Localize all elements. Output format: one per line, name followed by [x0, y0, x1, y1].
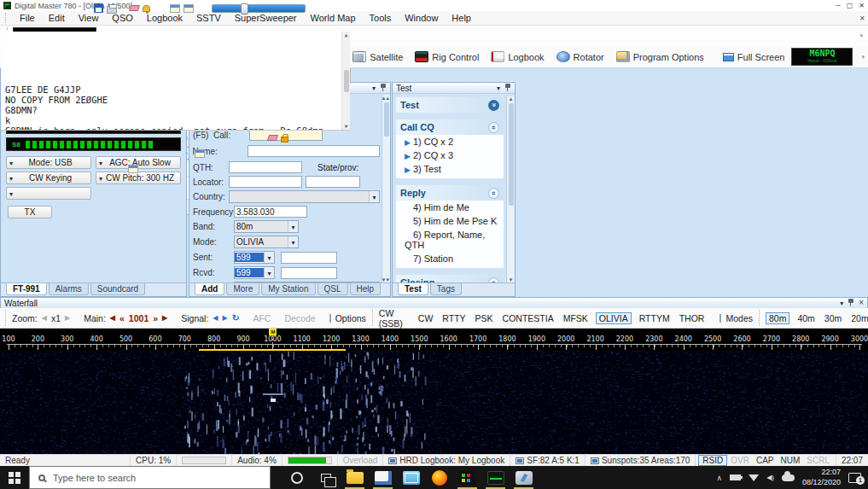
macro-set-icon[interactable] — [128, 165, 138, 173]
cortana-button[interactable] — [283, 466, 312, 489]
modes-button[interactable]: Modes — [725, 313, 753, 323]
mode-button[interactable]: CONTESTIA — [501, 313, 556, 323]
add-log-tab[interactable]: Help — [350, 283, 382, 295]
menu-item[interactable]: Help — [445, 12, 478, 24]
lock-icon[interactable] — [281, 137, 288, 143]
mode-button[interactable]: PSK — [474, 313, 495, 323]
zoom-out-icon[interactable] — [42, 315, 47, 322]
menu-item[interactable]: SSTV — [189, 12, 228, 24]
panel-options-icon[interactable] — [184, 4, 194, 13]
mode-button[interactable]: RTTYM — [638, 313, 672, 323]
signal-refresh-icon[interactable] — [232, 313, 240, 323]
menu-item[interactable]: QSO — [105, 12, 139, 24]
macros-tab[interactable]: Test — [398, 283, 428, 295]
taskbar-app[interactable] — [341, 466, 369, 489]
taskbar-app[interactable] — [481, 466, 510, 489]
full-screen-button[interactable]: Full Screen — [723, 52, 785, 62]
macros-scrollbar[interactable]: ▲ ▼ — [506, 96, 515, 282]
toolbar-overflow-icon[interactable]: ▾ — [859, 32, 863, 39]
pin-icon[interactable] — [848, 299, 854, 307]
mode-select[interactable]: OLIVIA — [234, 236, 299, 248]
options-button[interactable]: Options — [335, 313, 366, 323]
taskbar-app[interactable] — [397, 466, 425, 489]
status-flag[interactable]: RSID — [698, 455, 727, 466]
band-select[interactable]: 80m — [234, 220, 299, 233]
name-input[interactable] — [248, 145, 380, 157]
collapse-group-icon[interactable] — [488, 188, 499, 199]
locator-input[interactable] — [229, 176, 302, 188]
macro-group-header[interactable]: Call CQ — [396, 119, 504, 135]
waterfall-afc-button[interactable]: AFC — [253, 313, 271, 323]
scroll-up-icon[interactable]: ▲ — [509, 96, 514, 102]
onedrive-icon[interactable] — [782, 474, 795, 481]
waterfall-main-marker[interactable]: M — [269, 329, 277, 335]
band-button[interactable]: 20m — [849, 313, 868, 323]
scrollbar-thumb[interactable] — [509, 103, 514, 206]
main-right-icon[interactable] — [162, 315, 167, 322]
rig-combo-button[interactable] — [6, 187, 91, 200]
waterfall-ruler[interactable]: M 10020030040050060070080090010001100120… — [0, 329, 868, 351]
tx-button[interactable]: TX — [8, 206, 52, 218]
pin-icon[interactable] — [380, 84, 387, 92]
macro-item[interactable]: 7) Station — [396, 252, 504, 265]
macro-item[interactable]: 1) CQ x 2 — [396, 135, 504, 148]
signal-prev-icon[interactable] — [213, 315, 218, 322]
toolbar-overflow-icon[interactable]: ▾ — [861, 54, 865, 61]
taskbar-app[interactable] — [453, 466, 481, 489]
band-button[interactable]: 30m — [823, 313, 843, 323]
taskbar-search-input[interactable]: Type here to search — [29, 466, 271, 489]
panel-menu-icon[interactable] — [497, 84, 500, 92]
slider-thumb[interactable] — [241, 3, 248, 15]
toolbar-button[interactable]: Logbook — [486, 49, 549, 65]
status-flag[interactable]: CAP — [753, 456, 778, 465]
rcvd-select[interactable]: 599 — [234, 266, 275, 279]
state-input[interactable] — [306, 176, 360, 188]
taskbar-app[interactable] — [369, 466, 397, 489]
save-icon[interactable] — [94, 3, 103, 13]
mode-button[interactable]: CW — [417, 313, 435, 323]
wifi-icon[interactable] — [749, 474, 759, 481]
toolbar-button[interactable]: Satellite — [347, 49, 408, 65]
notifications-icon[interactable]: 1 — [848, 473, 861, 483]
add-log-scrollbar[interactable]: ▲ ▼ — [382, 95, 390, 282]
scroll-up-icon[interactable]: ▲ — [345, 32, 348, 38]
toolbar-button[interactable]: Program Options — [611, 49, 709, 65]
rig-combo-button[interactable]: CW Keying — [6, 172, 91, 184]
close-button[interactable]: ✕ — [859, 2, 865, 9]
decode-button[interactable]: Decode — [284, 313, 315, 323]
mode-button[interactable]: OLIVIA — [596, 312, 632, 324]
menu-item[interactable]: Window — [398, 12, 445, 24]
scroll-down-icon[interactable]: ▼ — [345, 124, 348, 129]
waterfall-header[interactable]: Waterfall — [0, 297, 868, 308]
collapse-all-icon[interactable] — [488, 100, 499, 111]
tx-window-icon[interactable] — [195, 149, 205, 158]
band-button[interactable]: 40m — [795, 313, 816, 323]
rx-scrollbar[interactable]: ▲ ▼ — [341, 32, 350, 130]
menu-item[interactable]: View — [72, 12, 106, 24]
sent-select[interactable]: 599 — [234, 251, 275, 264]
add-log-tab[interactable]: More — [226, 283, 259, 295]
start-button[interactable] — [0, 466, 29, 489]
panel-menu-icon[interactable] — [372, 84, 376, 92]
rig-combo-button[interactable]: AGC: Auto Slow — [96, 156, 181, 169]
toolbar-button[interactable]: Rig Control — [410, 49, 484, 65]
tray-expand-icon[interactable]: ∧ — [717, 474, 723, 482]
band-button[interactable]: 80m — [766, 312, 789, 324]
status-flag[interactable]: OVR — [727, 456, 753, 465]
receive-text-area[interactable]: G7LEE DE G4JJPNO COPY FROM 2EØGHEG8DMN?k… — [1, 32, 350, 131]
scroll-up-icon[interactable]: ▲ — [382, 95, 390, 101]
maximize-button[interactable]: ▢ — [847, 2, 853, 9]
rcvd-extra-input[interactable] — [281, 267, 337, 279]
main-left-icon[interactable] — [110, 315, 115, 322]
macro-item[interactable]: 6) Report, Name, QTH — [396, 228, 504, 252]
qth-input[interactable] — [229, 161, 302, 173]
logbook-status[interactable]: HRD Logbook: My Logbook — [382, 455, 510, 466]
zoom-in-icon[interactable] — [65, 315, 70, 322]
country-select[interactable] — [229, 190, 380, 203]
rig-tab[interactable]: Alarms — [49, 283, 89, 295]
window-layout-icon[interactable] — [170, 4, 180, 13]
add-log-tab[interactable]: QSL — [317, 283, 348, 295]
macro-item[interactable]: 4) Him de Me — [396, 201, 504, 214]
macros-tab[interactable]: Tags — [430, 283, 462, 295]
scrollbar-thumb[interactable] — [384, 102, 389, 137]
